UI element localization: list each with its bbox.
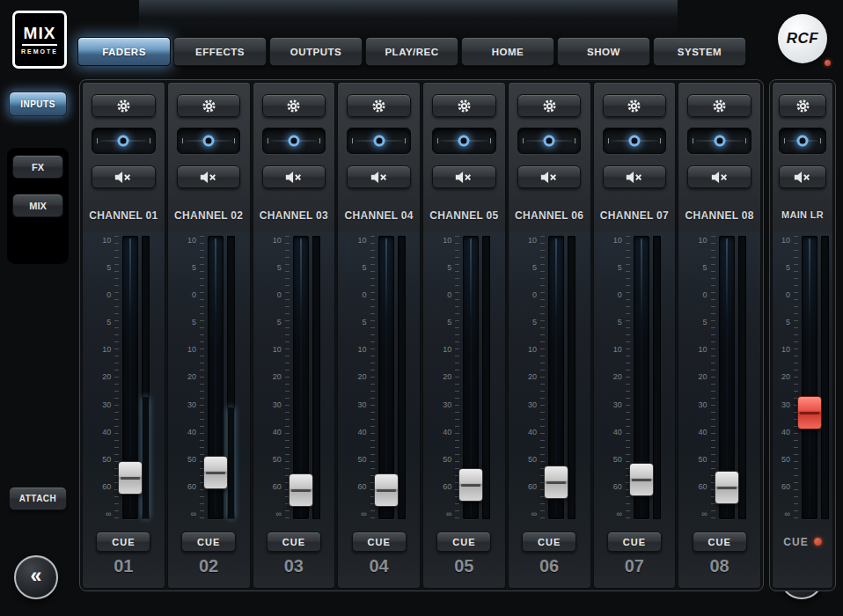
pan-slider[interactable]: [347, 128, 410, 154]
channel-settings-button[interactable]: [432, 94, 495, 117]
pan-knob-icon[interactable]: [628, 136, 640, 147]
pan-slider[interactable]: [92, 128, 155, 154]
cue-button[interactable]: CUE: [522, 532, 576, 552]
mute-button[interactable]: [432, 165, 495, 188]
fader-handle[interactable]: [797, 396, 822, 429]
cue-button[interactable]: CUE: [693, 532, 747, 552]
fader-handle[interactable]: [118, 461, 143, 495]
mute-button[interactable]: [177, 165, 240, 188]
scale-label: 30: [613, 401, 622, 409]
channel-settings-button[interactable]: [779, 94, 825, 117]
fader-scale: 10505102030405060∞: [523, 236, 537, 519]
fader-track[interactable]: [463, 236, 479, 519]
fader-handle[interactable]: [458, 468, 483, 502]
cue-button[interactable]: CUE: [352, 532, 407, 552]
cue-button[interactable]: CUE: [783, 532, 808, 552]
fader-handle[interactable]: [715, 471, 739, 504]
channel-settings-button[interactable]: [687, 94, 751, 117]
mute-button[interactable]: [779, 165, 825, 188]
channel-number: 02: [199, 556, 218, 576]
sidebar-fx-button[interactable]: FX: [12, 155, 63, 179]
fader-handle[interactable]: [289, 473, 313, 507]
channel-label: CHANNEL 05: [429, 209, 498, 224]
tab-effects[interactable]: EFFECTS: [173, 37, 267, 66]
fader-track[interactable]: [378, 236, 394, 519]
channel-settings-button[interactable]: [177, 94, 240, 117]
tab-playrec[interactable]: PLAY/REC: [365, 37, 458, 66]
pan-slider[interactable]: [687, 128, 751, 154]
scale-label: 0: [703, 291, 707, 299]
pan-slider[interactable]: [517, 128, 581, 154]
channel-settings-button[interactable]: [262, 94, 326, 117]
fader-track[interactable]: [208, 236, 224, 519]
gear-icon: [457, 99, 472, 114]
pan-knob-icon[interactable]: [288, 136, 299, 147]
scale-label: 10: [273, 237, 282, 245]
tab-show[interactable]: SHOW: [557, 37, 650, 66]
tab-system[interactable]: SYSTEM: [653, 37, 746, 66]
pan-slider[interactable]: [177, 128, 240, 154]
channel-settings-button[interactable]: [347, 94, 410, 117]
cue-button[interactable]: CUE: [96, 532, 150, 552]
pan-slider[interactable]: [432, 128, 495, 154]
pan-knob-icon[interactable]: [458, 136, 470, 147]
scale-label: 10: [699, 237, 707, 245]
pan-knob-icon[interactable]: [118, 136, 129, 147]
scale-label: 50: [699, 456, 707, 464]
sidebar-inputs-button[interactable]: INPUTS: [9, 92, 67, 116]
cue-button[interactable]: CUE: [267, 532, 321, 552]
pan-knob-icon[interactable]: [203, 136, 215, 147]
level-meter-fill: [143, 397, 149, 518]
channel-settings-button[interactable]: [517, 94, 581, 117]
mute-button[interactable]: [603, 165, 666, 188]
pan-knob-icon[interactable]: [544, 136, 555, 147]
scale-label: 50: [102, 456, 111, 464]
scale-label: 10: [443, 237, 451, 245]
mute-button[interactable]: [262, 165, 326, 188]
tab-bar: FADERS EFFECTS OUTPUTS PLAY/REC HOME SHO…: [77, 37, 746, 66]
scale-label: 0: [786, 291, 790, 299]
scale-label: 5: [618, 319, 622, 326]
fader-track[interactable]: [548, 236, 564, 519]
fader-handle[interactable]: [374, 473, 399, 507]
pan-slider[interactable]: [603, 128, 666, 154]
pan-slider[interactable]: [779, 128, 825, 154]
mix-remote-logo: MIX REMOTE: [12, 11, 67, 69]
mute-button[interactable]: [347, 165, 410, 188]
scale-label: ∞: [531, 510, 537, 518]
mute-button[interactable]: [517, 165, 581, 188]
pan-knob-icon[interactable]: [714, 136, 725, 147]
cue-button[interactable]: CUE: [607, 532, 662, 552]
fader-track[interactable]: [122, 236, 138, 519]
fader-track[interactable]: [293, 236, 309, 519]
tab-home[interactable]: HOME: [461, 37, 554, 66]
fader-track[interactable]: [802, 236, 817, 519]
fader-track[interactable]: [719, 236, 735, 519]
cue-row: CUE: [352, 532, 407, 552]
fader-handle[interactable]: [203, 456, 228, 489]
scale-label: 0: [106, 291, 111, 299]
mute-button[interactable]: [92, 165, 155, 188]
channel-settings-button[interactable]: [603, 94, 666, 117]
channel-settings-button[interactable]: [92, 94, 155, 117]
pan-slider[interactable]: [262, 128, 326, 154]
fader-track[interactable]: [634, 236, 649, 519]
fader-handle[interactable]: [629, 463, 654, 496]
pan-knob-icon[interactable]: [373, 136, 385, 147]
scale-label: 5: [192, 264, 196, 272]
attach-button[interactable]: ATTACH: [9, 487, 67, 510]
mute-speaker-icon: [539, 171, 559, 184]
pan-knob-icon[interactable]: [797, 136, 809, 147]
fader-handle[interactable]: [544, 466, 568, 499]
collapse-left-button[interactable]: «: [14, 555, 58, 599]
scale-label: 10: [273, 346, 282, 354]
sidebar-mix-button[interactable]: MIX: [12, 194, 63, 217]
tab-faders[interactable]: FADERS: [77, 37, 171, 66]
fader-zone: 10505102030405060∞: [773, 232, 832, 523]
level-meter: [142, 236, 150, 519]
tab-outputs[interactable]: OUTPUTS: [269, 37, 363, 66]
cue-button[interactable]: CUE: [181, 532, 236, 552]
scale-label: 60: [613, 483, 622, 491]
mute-button[interactable]: [687, 165, 751, 188]
cue-button[interactable]: CUE: [436, 532, 491, 552]
